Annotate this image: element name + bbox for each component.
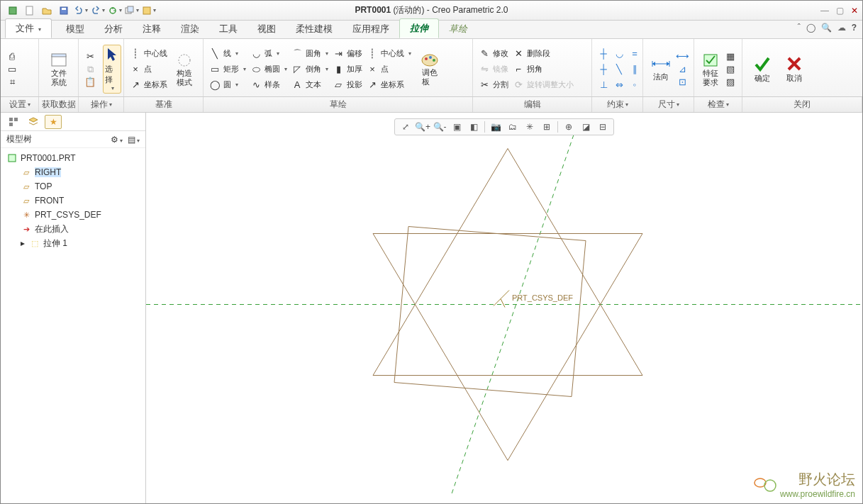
- modify-button[interactable]: ✎修改: [479, 47, 508, 61]
- tree-root[interactable]: PRT0001.PRT: [1, 151, 145, 165]
- view-manager-icon[interactable]: 🗂: [505, 120, 520, 134]
- redo-icon[interactable]: ▾: [90, 3, 106, 18]
- csys-button[interactable]: ↗坐标系: [130, 78, 167, 92]
- display-style-icon[interactable]: ◧: [466, 120, 481, 134]
- datum-display-icon[interactable]: ✳: [522, 120, 538, 134]
- ellipse-button[interactable]: ⬭椭圆▾: [250, 62, 287, 77]
- sk-csys-button[interactable]: ↗坐标系: [367, 78, 411, 92]
- con-tan-button[interactable]: ◡: [613, 47, 625, 61]
- palette-button[interactable]: 调色 板: [416, 52, 444, 85]
- tilted-rectangle[interactable]: [394, 227, 586, 397]
- close-icon[interactable]: ✕: [851, 6, 858, 16]
- undo-icon[interactable]: ▾: [73, 3, 89, 18]
- thicken-button[interactable]: ▮加厚: [333, 62, 362, 77]
- tree-node-insert-here[interactable]: ➔在此插入: [1, 222, 145, 236]
- tab-extrude[interactable]: 拉伸: [399, 18, 439, 38]
- sys-icon[interactable]: ⌗: [6, 77, 18, 88]
- qat-menu-icon[interactable]: [5, 3, 21, 18]
- dim-perim-icon[interactable]: ⊡: [677, 77, 688, 88]
- tree-node-right[interactable]: ▱RIGHT: [1, 165, 145, 179]
- tab-view[interactable]: 视图: [247, 20, 286, 38]
- con-vert-button[interactable]: ┼: [598, 47, 609, 61]
- select-button[interactable]: 选择▾: [103, 45, 121, 94]
- refit-icon[interactable]: ▣: [449, 120, 464, 134]
- dim-ref-icon[interactable]: ⊿: [677, 64, 688, 75]
- minimize-ribbon-icon[interactable]: ˆ: [798, 23, 801, 33]
- nav-tab-model-tree[interactable]: [5, 115, 22, 129]
- paste-icon[interactable]: 📋: [84, 77, 96, 88]
- text-button[interactable]: A文本: [291, 78, 328, 92]
- overlap-icon[interactable]: ▦: [725, 51, 736, 62]
- zoom-in-icon[interactable]: 🔍+: [415, 120, 430, 134]
- divide-button[interactable]: ✂分割: [479, 78, 508, 92]
- nav-tab-layers[interactable]: [25, 115, 42, 129]
- file-system-button[interactable]: 文件 系统: [45, 52, 72, 86]
- fillet-button[interactable]: ⌒圆角▾: [291, 47, 328, 61]
- con-mid-button[interactable]: ╲: [613, 62, 625, 77]
- triangle-up[interactable]: [373, 149, 642, 376]
- highlight-icon[interactable]: ▧: [725, 64, 736, 75]
- rotate-resize-button[interactable]: ⟳旋转调整大小: [513, 78, 574, 92]
- con-parallel-button[interactable]: ∥: [629, 62, 640, 77]
- open-icon[interactable]: [39, 3, 55, 18]
- tab-tools[interactable]: 工具: [209, 20, 247, 38]
- zoom-out-icon[interactable]: 🔍-: [432, 120, 447, 134]
- sketch-canvas[interactable]: PRT_CSYS_DEF: [146, 113, 862, 503]
- minimize-icon[interactable]: —: [820, 6, 829, 16]
- tree-show-icon[interactable]: ▤▾: [128, 135, 140, 145]
- tab-apps[interactable]: 应用程序: [343, 20, 399, 38]
- con-horiz-button[interactable]: ┼: [598, 62, 609, 77]
- zoom-fit-icon[interactable]: ⤢: [398, 120, 413, 134]
- spin-center-icon[interactable]: ⊕: [561, 120, 577, 134]
- perspective-icon[interactable]: ◪: [578, 120, 594, 134]
- cut-icon[interactable]: ✂: [84, 51, 96, 62]
- con-perp-button[interactable]: ⊥: [598, 78, 609, 92]
- annotation-display-icon[interactable]: ⊞: [539, 120, 555, 134]
- sk-point-button[interactable]: ×点: [367, 62, 411, 77]
- point-button[interactable]: ×点: [130, 62, 167, 77]
- search-icon[interactable]: 🔍: [821, 23, 832, 33]
- setup-icon[interactable]: ⎙: [6, 51, 18, 62]
- help-icon[interactable]: ?: [852, 23, 857, 33]
- maximize-icon[interactable]: ▢: [836, 6, 844, 16]
- dim-baseline-icon[interactable]: ⟷: [677, 51, 688, 62]
- delete-seg-button[interactable]: ✕删除段: [513, 47, 574, 61]
- tab-annotate[interactable]: 注释: [133, 20, 171, 38]
- normal-dim-button[interactable]: 法向: [649, 56, 672, 82]
- offset-button[interactable]: ⇥偏移: [333, 47, 362, 61]
- con-equal-button[interactable]: =: [629, 47, 640, 61]
- chamfer-button[interactable]: ◸倒角▾: [291, 62, 328, 77]
- graphics-area[interactable]: ⤢ 🔍+ 🔍- ▣ ◧ 📷 🗂 ✳ ⊞ ⊕ ◪ ⊟: [146, 113, 862, 503]
- centerline-button[interactable]: ┊中心线: [130, 47, 167, 61]
- tree-node-extrude1[interactable]: ▸⬚拉伸 1: [1, 236, 145, 250]
- new-icon[interactable]: [22, 3, 38, 18]
- tab-file[interactable]: 文件 ▾: [5, 18, 52, 38]
- save-icon[interactable]: [56, 3, 72, 18]
- close-window-icon[interactable]: ▾: [141, 3, 157, 18]
- tree-node-top[interactable]: ▱TOP: [1, 179, 145, 194]
- circle-button[interactable]: ◯圆▾: [209, 78, 246, 92]
- shade-icon[interactable]: ▨: [725, 77, 736, 88]
- corner-button[interactable]: ⌐拐角: [513, 62, 574, 77]
- ok-button[interactable]: 确定: [748, 55, 776, 84]
- nav-icon[interactable]: ◯: [806, 23, 815, 33]
- sk-centerline-button[interactable]: ┊中心线▾: [367, 47, 411, 61]
- con-sym-button[interactable]: ⇔: [613, 78, 625, 92]
- feature-req-button[interactable]: 特征 要求: [700, 52, 720, 86]
- con-coincident-button[interactable]: ◦: [629, 78, 640, 92]
- ref-icon[interactable]: ▭: [6, 64, 18, 75]
- tree-node-csys[interactable]: ✳PRT_CSYS_DEF: [1, 208, 145, 222]
- mirror-button[interactable]: ⇋镜像: [479, 62, 508, 77]
- copy-icon[interactable]: ⧉: [84, 64, 96, 75]
- tab-analysis[interactable]: 分析: [94, 20, 133, 38]
- construction-mode-button[interactable]: 构造 模式: [172, 52, 197, 86]
- project-button[interactable]: ▱投影: [333, 78, 362, 92]
- tree-settings-icon[interactable]: ⚙▾: [111, 135, 123, 145]
- spline-button[interactable]: ∿样条: [250, 78, 287, 92]
- tree-node-front[interactable]: ▱FRONT: [1, 194, 145, 208]
- regen-icon[interactable]: ▾: [107, 3, 123, 18]
- rect-button[interactable]: ▭矩形▾: [209, 62, 246, 77]
- windows-icon[interactable]: ▾: [124, 3, 140, 18]
- saved-views-icon[interactable]: 📷: [488, 120, 503, 134]
- line-button[interactable]: ╲线▾: [209, 47, 246, 61]
